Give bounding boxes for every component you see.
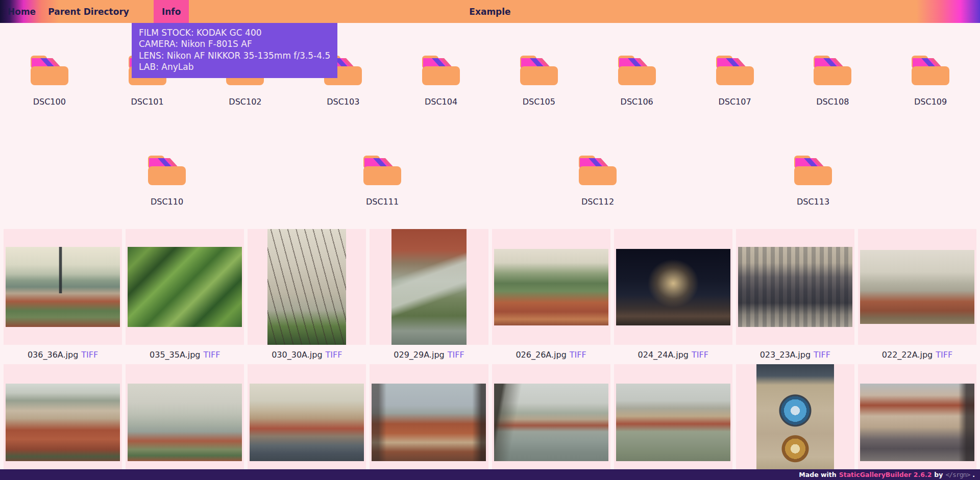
- gallery-item: [614, 364, 732, 480]
- gallery-item: [4, 364, 122, 480]
- thumbnail[interactable]: [128, 384, 242, 461]
- gallery-cell: [858, 364, 976, 480]
- filename-label: 022_22A.jpg: [882, 350, 933, 360]
- tiff-link[interactable]: TIFF: [81, 350, 98, 360]
- thumbnail[interactable]: [860, 384, 974, 461]
- filename-label: 036_36A.jpg: [28, 350, 78, 360]
- thumbnail[interactable]: [250, 384, 364, 461]
- folder-item-dsc108[interactable]: DSC108: [784, 53, 881, 107]
- filename-label: 030_30A.jpg: [272, 350, 322, 360]
- gallery-item: 030_30A.jpg TIFF: [248, 229, 366, 364]
- folder-icon: [909, 53, 952, 88]
- footer-period: .: [972, 471, 975, 478]
- thumbnail[interactable]: [267, 229, 346, 345]
- thumbnail[interactable]: [756, 364, 834, 480]
- folder-label: DSC101: [131, 97, 164, 107]
- folder-item-dsc104[interactable]: DSC104: [393, 53, 489, 107]
- folder-label: DSC108: [816, 97, 849, 107]
- thumbnail[interactable]: [860, 250, 974, 324]
- folder-item-dsc111[interactable]: DSC111: [334, 153, 431, 207]
- folder-item-dsc113[interactable]: DSC113: [765, 153, 862, 207]
- tiff-link[interactable]: TIFF: [203, 350, 220, 360]
- nav-link-home[interactable]: Home: [8, 0, 42, 23]
- nav-link-label: Parent Directory: [48, 7, 129, 17]
- thumbnail[interactable]: [616, 249, 730, 325]
- thumbnail[interactable]: [6, 384, 120, 461]
- thumbnail[interactable]: [616, 384, 730, 461]
- gallery-cell: [126, 364, 244, 480]
- gallery-cell: [4, 229, 122, 345]
- nav-link-info[interactable]: Info: [154, 0, 189, 23]
- gallery-label-row: 023_23A.jpg TIFF: [736, 345, 854, 364]
- folder-icon: [576, 153, 619, 188]
- gallery-cell: [370, 229, 488, 345]
- info-popup-line: CAMERA: Nikon F-801S AF: [139, 38, 330, 49]
- tiff-link[interactable]: TIFF: [448, 350, 464, 360]
- folder-label: DSC113: [797, 197, 829, 207]
- tiff-link[interactable]: TIFF: [326, 350, 342, 360]
- gallery-cell: [248, 364, 366, 480]
- filename-label: 029_29A.jpg: [394, 350, 444, 360]
- gallery-item: [126, 364, 244, 480]
- folder-icon: [361, 153, 404, 188]
- folder-icon: [518, 53, 560, 88]
- nav-link-label: Home: [8, 7, 36, 17]
- gallery-item: [736, 364, 854, 480]
- thumbnail[interactable]: [391, 229, 467, 345]
- gallery-item: 023_23A.jpg TIFF: [736, 229, 854, 364]
- tiff-link[interactable]: TIFF: [814, 350, 830, 360]
- folder-label: DSC107: [718, 97, 751, 107]
- gallery-label-row: 035_35A.jpg TIFF: [126, 345, 244, 364]
- folder-item-dsc100[interactable]: DSC100: [1, 53, 98, 107]
- filename-label: 026_26A.jpg: [516, 350, 566, 360]
- gallery-item: [858, 364, 976, 480]
- thumbnail[interactable]: [494, 249, 608, 325]
- gallery-cell: [4, 364, 122, 480]
- gallery-item: 022_22A.jpg TIFF: [858, 229, 976, 364]
- gallery-label-row: 036_36A.jpg TIFF: [4, 345, 122, 364]
- thumbnail[interactable]: [494, 384, 608, 461]
- gallery-label-row: 030_30A.jpg TIFF: [248, 345, 366, 364]
- folder-icon: [28, 53, 71, 88]
- folder-label: DSC100: [33, 97, 66, 107]
- thumbnail[interactable]: [128, 247, 242, 327]
- footer-by: by: [934, 471, 943, 478]
- gallery-cell: [492, 364, 610, 480]
- thumbnail[interactable]: [6, 247, 120, 327]
- folder-item-dsc110[interactable]: DSC110: [118, 153, 215, 207]
- gallery-cell: [248, 229, 366, 345]
- gallery-cell: [126, 229, 244, 345]
- folder-label: DSC104: [425, 97, 457, 107]
- gallery-item: 026_26A.jpg TIFF: [492, 229, 610, 364]
- folder-icon: [714, 53, 756, 88]
- thumbnail[interactable]: [372, 384, 486, 461]
- srgn-logo[interactable]: </srgn>: [945, 471, 970, 478]
- folder-label: DSC111: [366, 197, 399, 207]
- gallery-cell: [492, 229, 610, 345]
- folder-label: DSC106: [621, 97, 653, 107]
- image-gallery: 036_36A.jpg TIFF 035_35A.jpg TIFF 030_30…: [0, 229, 980, 480]
- filename-label: 024_24A.jpg: [638, 350, 689, 360]
- gallery-item: 029_29A.jpg TIFF: [370, 229, 488, 364]
- footer: Made with StaticGalleryBuilder 2.6.2 by …: [0, 469, 980, 480]
- gallery-cell: [370, 364, 488, 480]
- gallery-cell: [736, 229, 854, 345]
- gallery-label-row: 024_24A.jpg TIFF: [614, 345, 732, 364]
- folder-item-dsc107[interactable]: DSC107: [687, 53, 783, 107]
- tiff-link[interactable]: TIFF: [570, 350, 586, 360]
- folder-item-dsc105[interactable]: DSC105: [491, 53, 587, 107]
- tiff-link[interactable]: TIFF: [936, 350, 952, 360]
- builder-link[interactable]: StaticGalleryBuilder 2.6.2: [839, 471, 932, 478]
- nav-link-parent-directory[interactable]: Parent Directory: [42, 0, 135, 23]
- folder-label: DSC102: [229, 97, 261, 107]
- folder-label: DSC109: [914, 97, 947, 107]
- thumbnail[interactable]: [738, 247, 852, 327]
- folder-item-dsc109[interactable]: DSC109: [882, 53, 979, 107]
- gallery-label-row: 026_26A.jpg TIFF: [492, 345, 610, 364]
- top-nav-bar: Home Parent Directory Info Example: [0, 0, 980, 23]
- folder-item-dsc106[interactable]: DSC106: [589, 53, 685, 107]
- gallery-item: [248, 364, 366, 480]
- tiff-link[interactable]: TIFF: [692, 350, 708, 360]
- folder-item-dsc112[interactable]: DSC112: [549, 153, 646, 207]
- info-popup: FILM STOCK: KODAK GC 400CAMERA: Nikon F-…: [132, 23, 337, 78]
